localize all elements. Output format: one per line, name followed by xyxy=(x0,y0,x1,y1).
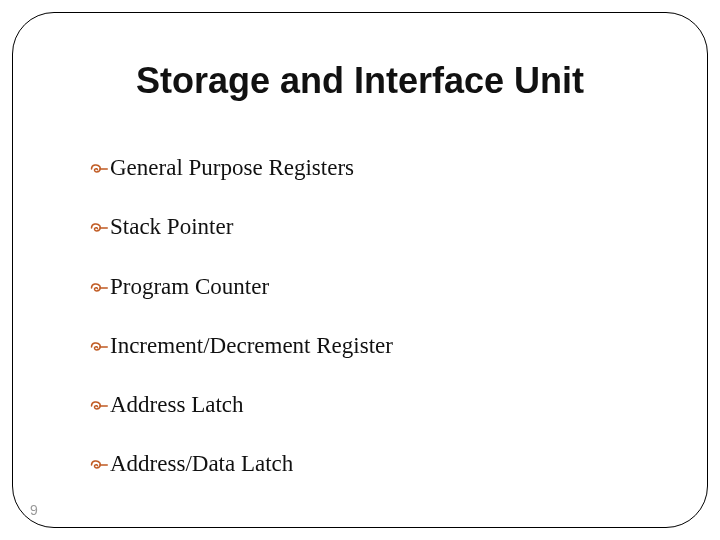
bullet-icon xyxy=(90,214,108,237)
list-item: Address Latch xyxy=(90,392,660,417)
slide: Storage and Interface Unit General Purpo… xyxy=(0,0,720,540)
bullet-icon xyxy=(90,155,108,178)
list-item: Stack Pointer xyxy=(90,214,660,239)
page-number: 9 xyxy=(30,502,38,518)
list-item-text: General Purpose Registers xyxy=(110,155,354,180)
bullet-icon xyxy=(90,451,108,474)
list-item: Program Counter xyxy=(90,274,660,299)
list-item-text: Stack Pointer xyxy=(110,214,233,239)
slide-title: Storage and Interface Unit xyxy=(0,60,720,102)
bullet-icon xyxy=(90,333,108,356)
list-item: Address/Data Latch xyxy=(90,451,660,476)
list-item-text: Address/Data Latch xyxy=(110,451,293,476)
bullet-icon xyxy=(90,274,108,297)
list-item-text: Program Counter xyxy=(110,274,269,299)
bullet-icon xyxy=(90,392,108,415)
list-item-text: Address Latch xyxy=(110,392,244,417)
list-item: Increment/Decrement Register xyxy=(90,333,660,358)
list-item: General Purpose Registers xyxy=(90,155,660,180)
list-item-text: Increment/Decrement Register xyxy=(110,333,393,358)
bullet-list: General Purpose Registers Stack Pointer … xyxy=(90,155,660,511)
